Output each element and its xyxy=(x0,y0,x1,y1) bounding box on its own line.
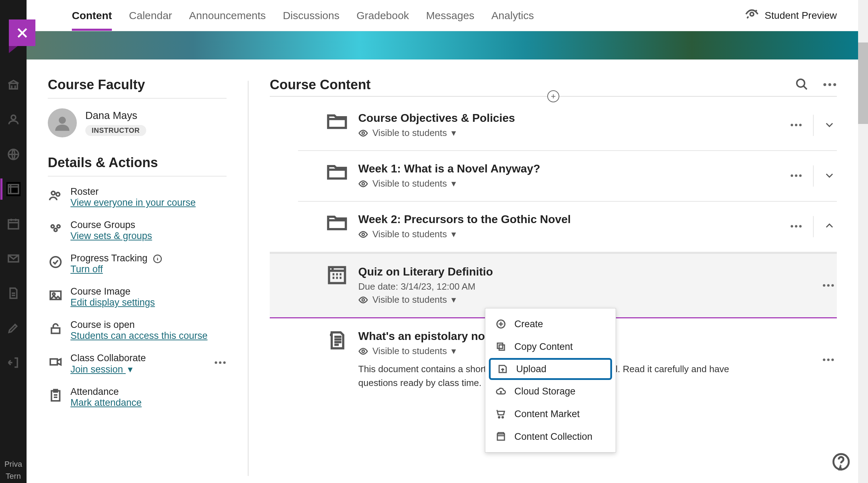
item-title: Course Objectives & Policies xyxy=(358,112,515,125)
svg-point-0 xyxy=(11,115,16,120)
institution-icon[interactable] xyxy=(6,78,21,92)
menu-label: Copy Content xyxy=(514,341,573,352)
svg-point-28 xyxy=(791,124,793,126)
separator xyxy=(813,165,813,187)
item-more-button[interactable] xyxy=(790,122,803,129)
svg-rect-50 xyxy=(497,343,503,348)
document-icon[interactable] xyxy=(6,286,21,300)
collab-link[interactable]: Join session ▾ xyxy=(70,364,133,375)
signout-icon[interactable] xyxy=(6,356,21,370)
more-icon[interactable] xyxy=(823,82,837,88)
attendance-link[interactable]: Mark attendance xyxy=(70,397,142,408)
menu-cloud[interactable]: Cloud Storage xyxy=(485,380,616,403)
edit-icon[interactable] xyxy=(6,321,21,335)
progress-link[interactable]: Turn off xyxy=(70,264,103,274)
visibility-toggle[interactable]: Visible to students ▾ xyxy=(358,127,515,138)
unlock-icon xyxy=(48,321,63,336)
svg-point-34 xyxy=(799,175,802,177)
copy-icon xyxy=(495,341,507,352)
item-more-button[interactable] xyxy=(822,283,835,289)
svg-point-20 xyxy=(223,362,226,364)
info-icon[interactable] xyxy=(153,254,162,263)
svg-point-6 xyxy=(59,117,66,124)
tab-calendar[interactable]: Calendar xyxy=(129,1,172,30)
calendar-icon[interactable] xyxy=(6,217,21,231)
action-collab: Class Collaborate Join session ▾ xyxy=(48,353,227,375)
profile-icon[interactable] xyxy=(6,113,21,127)
svg-point-38 xyxy=(799,225,802,228)
visibility-toggle[interactable]: Visible to students ▾ xyxy=(358,178,540,189)
mail-icon[interactable] xyxy=(6,251,21,266)
student-preview-button[interactable]: Student Preview xyxy=(745,7,837,24)
collection-icon xyxy=(495,431,507,442)
svg-point-31 xyxy=(362,182,365,185)
caret-down-icon: ▾ xyxy=(451,229,456,240)
content-folder[interactable]: Week 1: What is a Novel Anyway? Visible … xyxy=(298,151,837,201)
chevron-down-icon[interactable] xyxy=(824,170,835,182)
content-folder-expanded[interactable]: Week 2: Precursors to the Gothic Novel V… xyxy=(298,201,837,252)
help-button[interactable] xyxy=(832,453,850,471)
action-progress: Progress Tracking Turn off xyxy=(48,253,227,275)
rail-label-1[interactable]: Priva xyxy=(0,460,27,469)
folder-icon xyxy=(326,162,348,181)
caret-down-icon: ▾ xyxy=(451,178,456,189)
svg-point-23 xyxy=(797,79,805,87)
scrollbar-thumb[interactable] xyxy=(858,42,868,124)
svg-rect-49 xyxy=(499,345,504,350)
tab-announcements[interactable]: Announcements xyxy=(189,1,266,30)
tab-discussions[interactable]: Discussions xyxy=(283,1,339,30)
menu-create[interactable]: Create xyxy=(485,313,616,335)
open-link[interactable]: Students can access this course xyxy=(70,330,207,341)
visibility-label: Visible to students xyxy=(372,229,447,240)
content-quiz[interactable]: Quiz on Literary Definitio Due date: 3/1… xyxy=(270,252,837,317)
collab-link-text: Join session xyxy=(70,364,123,375)
groups-link[interactable]: View sets & groups xyxy=(70,231,152,241)
action-groups: Course Groups View sets & groups xyxy=(48,220,227,242)
action-roster: Roster View everyone in your course xyxy=(48,186,227,208)
chevron-down-icon[interactable] xyxy=(824,119,835,131)
item-more-button[interactable] xyxy=(822,357,835,363)
svg-point-46 xyxy=(827,359,830,361)
search-icon[interactable] xyxy=(795,78,809,92)
globe-icon[interactable] xyxy=(6,147,21,161)
folder-icon xyxy=(326,112,348,130)
groups-icon xyxy=(48,221,63,237)
tab-analytics[interactable]: Analytics xyxy=(491,1,534,30)
visibility-toggle[interactable]: Visible to students ▾ xyxy=(358,294,493,305)
svg-point-8 xyxy=(56,193,60,196)
menu-copy[interactable]: Copy Content xyxy=(485,335,616,358)
caret-down-icon: ▾ xyxy=(128,364,133,375)
courses-icon[interactable] xyxy=(6,182,21,196)
chevron-up-icon[interactable] xyxy=(824,221,835,233)
menu-label: Upload xyxy=(516,364,547,375)
content-folder[interactable]: Course Objectives & Policies Visible to … xyxy=(298,100,837,151)
quiz-icon xyxy=(326,265,348,284)
image-link[interactable]: Edit display settings xyxy=(70,297,155,308)
menu-label: Content Collection xyxy=(514,431,593,442)
roster-link[interactable]: View everyone in your course xyxy=(70,197,196,208)
svg-point-5 xyxy=(750,12,754,16)
visibility-toggle[interactable]: Visible to students ▾ xyxy=(358,229,571,240)
tab-gradebook[interactable]: Gradebook xyxy=(356,1,409,30)
rail-label-2[interactable]: Tern xyxy=(0,472,27,481)
item-more-button[interactable] xyxy=(790,223,803,230)
menu-collection[interactable]: Content Collection xyxy=(485,425,616,448)
faculty-role-badge: INSTRUCTOR xyxy=(85,125,146,136)
svg-point-29 xyxy=(795,124,798,126)
menu-upload[interactable]: Upload xyxy=(489,358,612,380)
visibility-label: Visible to students xyxy=(372,294,447,305)
collab-more-button[interactable] xyxy=(214,360,227,366)
plus-circle-icon xyxy=(495,318,507,330)
svg-point-37 xyxy=(795,225,798,228)
menu-market[interactable]: Content Market xyxy=(485,403,616,425)
close-button[interactable] xyxy=(9,19,35,46)
item-more-button[interactable] xyxy=(790,173,803,179)
action-image: Course Image Edit display settings xyxy=(48,286,227,308)
menu-label: Create xyxy=(514,319,543,330)
svg-point-35 xyxy=(362,233,365,235)
groups-title: Course Groups xyxy=(70,220,152,231)
svg-point-32 xyxy=(791,175,793,177)
tab-messages[interactable]: Messages xyxy=(426,1,474,30)
faculty-heading: Course Faculty xyxy=(48,77,227,98)
tab-content[interactable]: Content xyxy=(72,1,112,30)
